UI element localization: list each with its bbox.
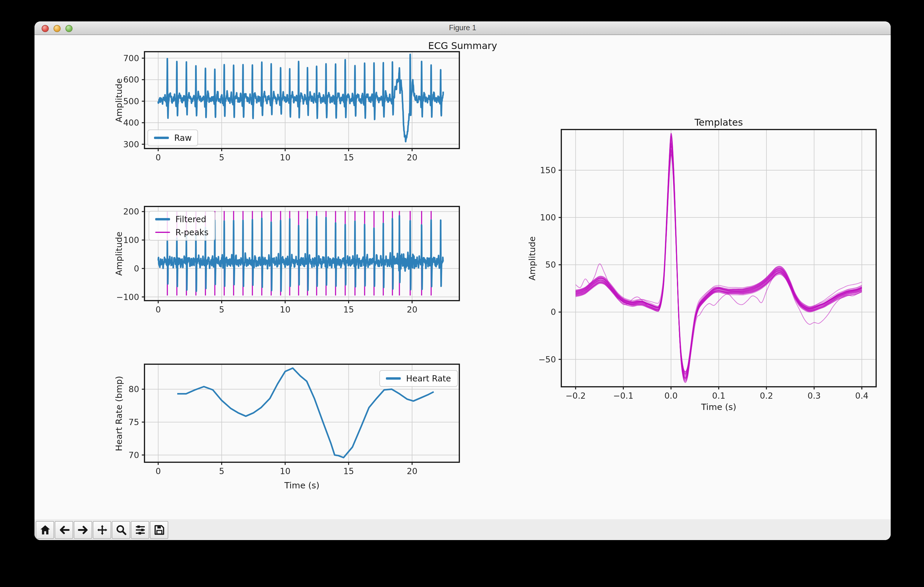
svg-text:150: 150 xyxy=(540,166,556,175)
toolbar-forward-button[interactable] xyxy=(74,521,92,539)
svg-text:0.3: 0.3 xyxy=(807,391,821,401)
back-arrow-icon xyxy=(58,524,70,536)
close-button[interactable] xyxy=(41,25,49,32)
toolbar-pan-button[interactable] xyxy=(93,521,111,539)
legend-item: Heart Rate xyxy=(386,374,451,383)
raw-legend-label: Raw xyxy=(174,133,192,143)
heart-rate-legend-swatch xyxy=(386,377,401,380)
heart-rate-ylabel: Heart Rate (bmp) xyxy=(114,375,124,451)
toolbar-zoom-button[interactable] xyxy=(112,521,130,539)
raw-legend: Raw xyxy=(147,130,198,146)
matplotlib-toolbar xyxy=(35,519,891,540)
templates-ylabel: Amplitude xyxy=(527,236,537,280)
figure-window: Figure 1 0510152030040050060070005101520… xyxy=(35,21,891,540)
rpeaks-legend-label: R-peaks xyxy=(175,227,208,237)
save-icon xyxy=(153,524,165,536)
svg-text:−0.1: −0.1 xyxy=(613,391,634,401)
svg-text:−50: −50 xyxy=(538,355,556,365)
sliders-icon xyxy=(134,524,146,536)
templates-title: Templates xyxy=(695,117,743,128)
home-icon xyxy=(39,524,51,536)
heart-rate-legend-label: Heart Rate xyxy=(406,374,451,383)
svg-text:50: 50 xyxy=(545,260,556,270)
raw-legend-swatch xyxy=(154,136,169,139)
forward-arrow-icon xyxy=(77,524,89,536)
figure-suptitle: ECG Summary xyxy=(428,40,497,51)
magnifier-icon xyxy=(115,524,127,536)
toolbar-home-button[interactable] xyxy=(36,521,54,539)
screen: Figure 1 0510152030040050060070005101520… xyxy=(0,0,924,587)
svg-text:0.1: 0.1 xyxy=(712,391,725,401)
templates-plot: −0.2−0.10.00.10.20.30.4−50050100150 xyxy=(35,35,891,519)
svg-text:100: 100 xyxy=(540,213,556,222)
svg-text:0: 0 xyxy=(551,307,556,317)
svg-text:0.0: 0.0 xyxy=(665,391,678,401)
legend-item: Filtered xyxy=(155,214,208,224)
filtered-legend-label: Filtered xyxy=(175,214,206,224)
rpeaks-legend-swatch xyxy=(155,232,170,233)
raw-ylabel: Amplitude xyxy=(114,78,124,122)
window-titlebar[interactable]: Figure 1 xyxy=(35,21,891,35)
toolbar-save-button[interactable] xyxy=(150,521,168,539)
templates-xlabel: Time (s) xyxy=(701,402,736,412)
figure-canvas: 0510152030040050060070005101520−10001002… xyxy=(35,35,891,519)
minimize-button[interactable] xyxy=(53,25,61,32)
toolbar-back-button[interactable] xyxy=(55,521,73,539)
filtered-legend: Filtered R-peaks xyxy=(148,211,215,241)
svg-text:0.4: 0.4 xyxy=(855,391,869,401)
heart-rate-xlabel: Time (s) xyxy=(284,481,320,490)
filtered-legend-swatch xyxy=(155,218,170,220)
toolbar-configure-subplots-button[interactable] xyxy=(131,521,149,539)
legend-item: Raw xyxy=(154,133,192,143)
svg-text:0.2: 0.2 xyxy=(760,391,773,401)
legend-item: R-peaks xyxy=(155,227,208,237)
svg-text:−0.2: −0.2 xyxy=(566,391,586,401)
heart-rate-legend: Heart Rate xyxy=(380,370,457,387)
maximize-button[interactable] xyxy=(65,25,73,32)
window-title: Figure 1 xyxy=(449,24,476,32)
move-icon xyxy=(96,524,108,536)
filtered-ylabel: Amplitude xyxy=(114,232,124,276)
